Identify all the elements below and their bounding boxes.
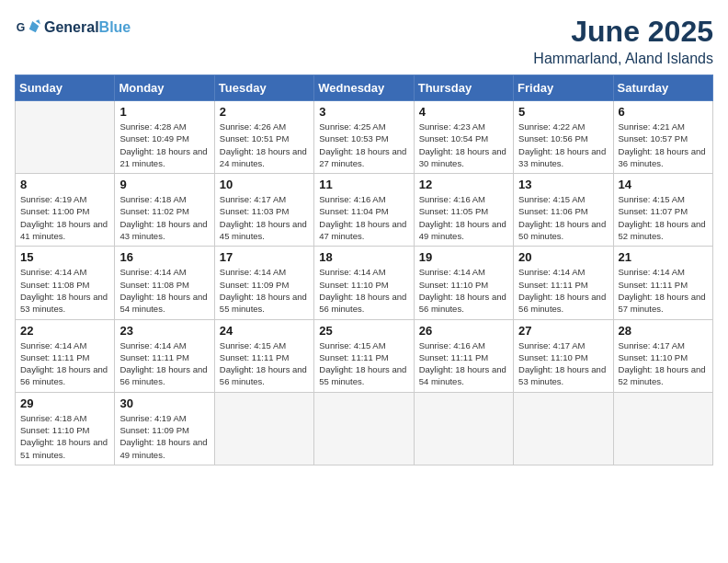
day-number: 29 — [20, 396, 109, 410]
day-cell-21: 21 Sunrise: 4:14 AMSunset: 11:11 PMDayli… — [613, 247, 712, 319]
cell-content: Sunrise: 4:15 AMSunset: 11:07 PMDaylight… — [619, 194, 706, 241]
week-row-2: 8 Sunrise: 4:19 AMSunset: 11:00 PMDaylig… — [16, 174, 713, 247]
cell-content: Sunrise: 4:26 AMSunset: 10:51 PMDaylight… — [220, 121, 307, 168]
day-number: 28 — [619, 324, 708, 338]
cell-content: Sunrise: 4:14 AMSunset: 11:11 PMDaylight… — [619, 267, 706, 314]
day-cell-10: 10 Sunrise: 4:17 AMSunset: 11:03 PMDayli… — [214, 174, 313, 247]
calendar-header: SundayMondayTuesdayWednesdayThursdayFrid… — [16, 75, 713, 101]
cell-content: Sunrise: 4:14 AMSunset: 11:10 PMDaylight… — [419, 267, 506, 314]
cell-content: Sunrise: 4:15 AMSunset: 11:11 PMDaylight… — [319, 340, 406, 387]
day-number: 6 — [619, 105, 708, 119]
cell-content: Sunrise: 4:14 AMSunset: 11:10 PMDaylight… — [319, 267, 406, 314]
header-monday: Monday — [115, 75, 214, 101]
week-row-4: 22 Sunrise: 4:14 AMSunset: 11:11 PMDayli… — [16, 319, 713, 392]
cell-content: Sunrise: 4:17 AMSunset: 11:10 PMDaylight… — [619, 340, 706, 387]
logo-icon: G — [15, 15, 40, 40]
day-cell-5: 5 Sunrise: 4:22 AMSunset: 10:56 PMDaylig… — [514, 101, 613, 174]
location-title: Hammarland, Aland Islands — [533, 51, 713, 67]
cell-content: Sunrise: 4:17 AMSunset: 11:10 PMDaylight… — [518, 340, 606, 387]
day-cell-14: 14 Sunrise: 4:15 AMSunset: 11:07 PMDayli… — [613, 174, 712, 247]
cell-content: Sunrise: 4:21 AMSunset: 10:57 PMDaylight… — [619, 121, 706, 168]
month-title: June 2025 — [533, 15, 713, 49]
cell-content: Sunrise: 4:14 AMSunset: 11:11 PMDaylight… — [20, 340, 108, 387]
calendar: SundayMondayTuesdayWednesdayThursdayFrid… — [15, 75, 713, 465]
day-cell-18: 18 Sunrise: 4:14 AMSunset: 11:10 PMDayli… — [314, 247, 414, 319]
day-cell-2: 2 Sunrise: 4:26 AMSunset: 10:51 PMDaylig… — [214, 101, 313, 174]
cell-content: Sunrise: 4:14 AMSunset: 11:08 PMDaylight… — [119, 267, 207, 314]
cell-content: Sunrise: 4:28 AMSunset: 10:49 PMDaylight… — [119, 121, 207, 168]
day-cell-29: 29 Sunrise: 4:18 AMSunset: 11:10 PMDayli… — [16, 392, 115, 465]
cell-content: Sunrise: 4:25 AMSunset: 10:53 PMDaylight… — [319, 121, 406, 168]
cell-content: Sunrise: 4:15 AMSunset: 11:11 PMDaylight… — [220, 340, 307, 387]
day-cell-9: 9 Sunrise: 4:18 AMSunset: 11:02 PMDaylig… — [115, 174, 214, 247]
day-cell-26: 26 Sunrise: 4:16 AMSunset: 11:11 PMDayli… — [414, 319, 513, 392]
day-number: 15 — [20, 250, 109, 264]
day-number: 21 — [619, 250, 708, 264]
day-cell-22: 22 Sunrise: 4:14 AMSunset: 11:11 PMDayli… — [16, 319, 115, 392]
day-number: 5 — [518, 105, 608, 119]
cell-content: Sunrise: 4:16 AMSunset: 11:04 PMDaylight… — [319, 194, 406, 241]
cell-content: Sunrise: 4:17 AMSunset: 11:03 PMDaylight… — [220, 194, 307, 241]
cell-content: Sunrise: 4:19 AMSunset: 11:09 PMDaylight… — [119, 413, 207, 460]
day-number: 10 — [220, 178, 309, 191]
day-number: 20 — [518, 250, 608, 264]
day-cell-27: 27 Sunrise: 4:17 AMSunset: 11:10 PMDayli… — [514, 319, 613, 392]
day-cell-6: 6 Sunrise: 4:21 AMSunset: 10:57 PMDaylig… — [613, 101, 712, 174]
day-cell-24: 24 Sunrise: 4:15 AMSunset: 11:11 PMDayli… — [214, 319, 313, 392]
cell-content: Sunrise: 4:22 AMSunset: 10:56 PMDaylight… — [518, 121, 606, 168]
day-number: 22 — [20, 324, 109, 338]
day-cell-13: 13 Sunrise: 4:15 AMSunset: 11:06 PMDayli… — [514, 174, 613, 247]
week-row-1: 1 Sunrise: 4:28 AMSunset: 10:49 PMDaylig… — [16, 101, 713, 174]
empty-cell — [314, 392, 414, 465]
header-wednesday: Wednesday — [314, 75, 414, 101]
empty-cell — [16, 101, 115, 174]
week-row-5: 29 Sunrise: 4:18 AMSunset: 11:10 PMDayli… — [16, 392, 713, 465]
day-cell-17: 17 Sunrise: 4:14 AMSunset: 11:09 PMDayli… — [214, 247, 313, 319]
day-number: 14 — [619, 178, 708, 191]
day-number: 13 — [518, 178, 608, 191]
day-cell-8: 8 Sunrise: 4:19 AMSunset: 11:00 PMDaylig… — [16, 174, 115, 247]
svg-text:G: G — [17, 21, 26, 34]
week-row-3: 15 Sunrise: 4:14 AMSunset: 11:08 PMDayli… — [16, 247, 713, 319]
day-number: 17 — [220, 250, 309, 264]
cell-content: Sunrise: 4:18 AMSunset: 11:10 PMDaylight… — [20, 413, 108, 460]
svg-marker-2 — [36, 19, 40, 24]
day-number: 8 — [20, 178, 109, 191]
day-cell-15: 15 Sunrise: 4:14 AMSunset: 11:08 PMDayli… — [16, 247, 115, 319]
cell-content: Sunrise: 4:16 AMSunset: 11:05 PMDaylight… — [419, 194, 506, 241]
cell-content: Sunrise: 4:18 AMSunset: 11:02 PMDaylight… — [119, 194, 207, 241]
day-number: 2 — [220, 105, 309, 119]
day-cell-1: 1 Sunrise: 4:28 AMSunset: 10:49 PMDaylig… — [115, 101, 214, 174]
empty-cell — [414, 392, 513, 465]
empty-cell — [514, 392, 613, 465]
day-number: 30 — [119, 396, 209, 410]
day-cell-3: 3 Sunrise: 4:25 AMSunset: 10:53 PMDaylig… — [314, 101, 414, 174]
header-thursday: Thursday — [414, 75, 513, 101]
day-number: 24 — [220, 324, 309, 338]
day-number: 4 — [419, 105, 508, 119]
cell-content: Sunrise: 4:19 AMSunset: 11:00 PMDaylight… — [20, 194, 108, 241]
day-number: 9 — [119, 178, 209, 191]
day-cell-11: 11 Sunrise: 4:16 AMSunset: 11:04 PMDayli… — [314, 174, 414, 247]
page-header: G GeneralBlue June 2025 Hammarland, Alan… — [15, 15, 713, 67]
logo-text: GeneralBlue — [44, 18, 131, 36]
day-cell-19: 19 Sunrise: 4:14 AMSunset: 11:10 PMDayli… — [414, 247, 513, 319]
day-number: 12 — [419, 178, 508, 191]
day-cell-12: 12 Sunrise: 4:16 AMSunset: 11:05 PMDayli… — [414, 174, 513, 247]
svg-marker-1 — [29, 21, 40, 32]
cell-content: Sunrise: 4:14 AMSunset: 11:09 PMDaylight… — [220, 267, 307, 314]
empty-cell — [214, 392, 313, 465]
day-number: 16 — [119, 250, 209, 264]
day-number: 26 — [419, 324, 508, 338]
calendar-body: 1 Sunrise: 4:28 AMSunset: 10:49 PMDaylig… — [16, 101, 713, 465]
day-cell-30: 30 Sunrise: 4:19 AMSunset: 11:09 PMDayli… — [115, 392, 214, 465]
header-friday: Friday — [514, 75, 613, 101]
title-block: June 2025 Hammarland, Aland Islands — [533, 15, 713, 67]
empty-cell — [613, 392, 712, 465]
cell-content: Sunrise: 4:16 AMSunset: 11:11 PMDaylight… — [419, 340, 506, 387]
header-tuesday: Tuesday — [214, 75, 313, 101]
day-number: 19 — [419, 250, 508, 264]
day-number: 11 — [319, 178, 408, 191]
cell-content: Sunrise: 4:15 AMSunset: 11:06 PMDaylight… — [518, 194, 606, 241]
day-cell-28: 28 Sunrise: 4:17 AMSunset: 11:10 PMDayli… — [613, 319, 712, 392]
